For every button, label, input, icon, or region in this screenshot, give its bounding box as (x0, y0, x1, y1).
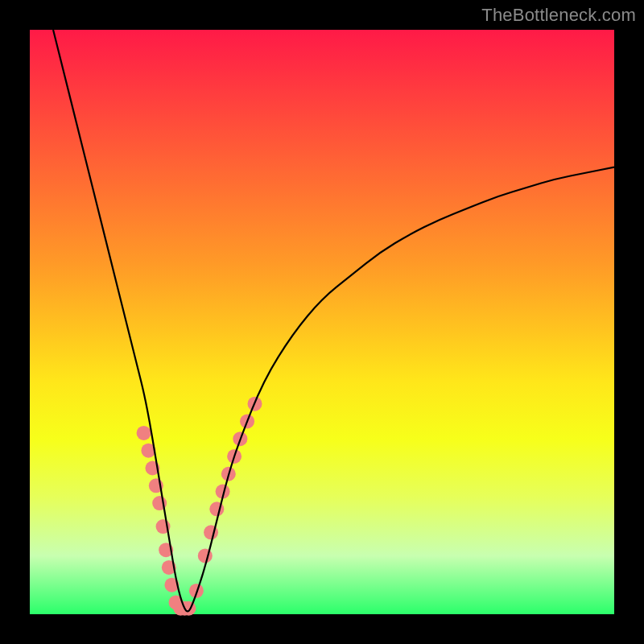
chart-svg (30, 30, 614, 614)
bottleneck-curve (53, 30, 614, 611)
highlight-marker (137, 426, 151, 440)
chart-frame: TheBottleneck.com (0, 0, 644, 644)
plot-area (30, 30, 614, 614)
watermark-text: TheBottleneck.com (481, 5, 636, 26)
